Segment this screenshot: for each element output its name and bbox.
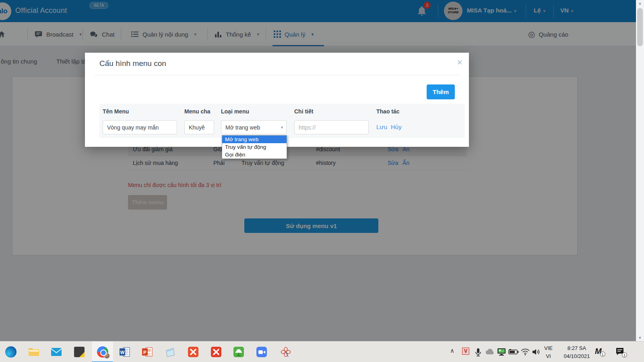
- language-menu[interactable]: VN▾: [560, 7, 573, 14]
- notification-bell[interactable]: 3: [416, 5, 430, 19]
- cancel-link[interactable]: Hủy: [391, 123, 402, 130]
- modal-divider: [95, 75, 459, 75]
- menu-type-cell: Truy vấn tự động: [242, 160, 284, 166]
- beta-badge: BETA: [89, 2, 108, 9]
- app-x-icon-2[interactable]: [210, 346, 223, 358]
- content-list-icon: [131, 30, 139, 38]
- notification-count-badge: 3: [423, 2, 431, 9]
- use-menu-v1-button[interactable]: Sử dụng menu v1: [244, 218, 378, 233]
- zalo-logo[interactable]: alo: [0, 2, 11, 20]
- battery-icon[interactable]: [508, 349, 519, 356]
- nav-divider: [266, 28, 266, 40]
- tab-general-info[interactable]: ông tin chung: [1, 58, 37, 65]
- video-camera-app-icon[interactable]: [255, 346, 268, 358]
- word-app-icon[interactable]: W: [118, 346, 131, 358]
- account-menu[interactable]: MISA Tạp hoá...▾: [467, 7, 516, 14]
- close-icon[interactable]: ×: [457, 58, 462, 67]
- menu-detail-cell: #history: [316, 160, 336, 166]
- speaker-icon[interactable]: [532, 348, 541, 357]
- header-divider: [553, 5, 554, 18]
- nav-statistics[interactable]: Thống kê▾: [214, 22, 259, 46]
- modal-title: Cấu hình menu con: [99, 59, 166, 68]
- chrome-browser-icon[interactable]: [96, 346, 109, 358]
- menu-name-cell: Ưu đãi giảm giá: [133, 146, 173, 152]
- grid-icon: [274, 31, 281, 38]
- detail-url-input[interactable]: [294, 120, 369, 134]
- add-button[interactable]: Thêm: [427, 84, 455, 99]
- windows-taskbar: W P ∧ V: [0, 341, 644, 362]
- chevron-down-icon: ▾: [194, 32, 196, 37]
- menu-name-input[interactable]: [103, 120, 177, 134]
- tray-expand-chevron[interactable]: ∧: [450, 347, 454, 354]
- dropdown-option[interactable]: Truy vấn tự động: [222, 143, 287, 151]
- notes-app-icon[interactable]: [164, 346, 177, 358]
- chevron-down-icon: ▾: [514, 8, 516, 13]
- account-avatar[interactable]: MISA+ STORE: [444, 2, 462, 20]
- product-title: Official Account: [15, 6, 67, 15]
- unikey-icon[interactable]: V: [462, 348, 469, 355]
- microphone-icon[interactable]: [475, 348, 481, 358]
- column-header: Tên Menu: [103, 108, 129, 115]
- header-divider: [438, 5, 438, 18]
- column-header: Chi tiết: [294, 108, 313, 115]
- chevron-down-icon: ▾: [312, 32, 314, 37]
- presentation-app-icon[interactable]: [232, 346, 245, 358]
- add-menu-button[interactable]: Thêm menu: [128, 195, 167, 210]
- menu-name-cell: Lịch sử mua hàng: [133, 160, 178, 166]
- language-indicator[interactable]: VIE VI: [544, 344, 553, 360]
- powerpoint-app-icon[interactable]: P: [141, 346, 154, 358]
- remote-desktop-icon[interactable]: [497, 348, 506, 357]
- ime-mode-icon[interactable]: M 1: [595, 347, 602, 356]
- svg-text:P: P: [143, 350, 146, 355]
- nav-home[interactable]: [0, 22, 6, 46]
- scrollbar-thumb[interactable]: [637, 8, 643, 46]
- menu-type-select[interactable]: Mở trang web ▾: [221, 120, 287, 134]
- dropdown-option[interactable]: Gọi điện: [222, 151, 287, 158]
- submenu-config-modal: Cấu hình menu con × Thêm Tên Menu Menu c…: [85, 53, 469, 147]
- action-center-icon[interactable]: 1: [615, 347, 625, 358]
- menu-parent-cell: Phải: [213, 160, 225, 166]
- nav-ads[interactable]: ◎ Quảng cáo: [528, 22, 568, 46]
- browser-scrollbar[interactable]: ▲ ▼: [636, 0, 644, 341]
- edit-link[interactable]: Sửa: [388, 160, 398, 166]
- pinwheel-app-icon[interactable]: [279, 346, 292, 358]
- file-explorer-icon[interactable]: [27, 346, 40, 358]
- chevron-down-icon: ▾: [543, 8, 546, 13]
- wifi-icon[interactable]: [521, 348, 530, 357]
- chrome-profile-avatar: [104, 353, 110, 359]
- nav-divider: [207, 28, 208, 40]
- app-header: alo Official Account BETA 3 MISA+ STORE …: [0, 0, 636, 22]
- hide-link[interactable]: Ẩn: [402, 160, 409, 166]
- broadcast-icon: [34, 30, 43, 39]
- nav-content-management[interactable]: Quản lý nội dung▾: [131, 22, 196, 46]
- table-row: Lịch sử mua hàng Phải Truy vấn tự động #…: [128, 156, 467, 170]
- chevron-down-icon: ▾: [281, 125, 283, 130]
- onedrive-cloud-icon[interactable]: [485, 349, 495, 356]
- clock[interactable]: 8:27 SA 04/10/2021: [559, 344, 595, 360]
- bar-chart-icon: [214, 30, 222, 38]
- nav-divider: [27, 28, 28, 40]
- column-header: Loại menu: [221, 108, 249, 115]
- nav-management[interactable]: Quản lý▾: [274, 22, 314, 46]
- scroll-down-arrow[interactable]: ▼: [636, 335, 644, 341]
- edge-browser-icon[interactable]: [4, 346, 17, 358]
- ime-badge: 1: [600, 352, 605, 357]
- tab-account-setup[interactable]: Thiết lập tà: [56, 58, 86, 65]
- nav-broadcast[interactable]: Broadcast▾: [34, 22, 82, 46]
- chat-icon: [89, 30, 98, 39]
- chevron-down-icon: ▾: [571, 8, 574, 13]
- parent-menu-select[interactable]: Khuyê: [184, 120, 214, 134]
- nav-chat[interactable]: Chat: [89, 22, 115, 46]
- app-x-icon-1[interactable]: [187, 346, 200, 358]
- mail-app-icon[interactable]: [50, 346, 63, 358]
- dark-app-icon[interactable]: [73, 346, 86, 358]
- header-divider: [526, 5, 526, 18]
- save-link[interactable]: Lưu: [376, 123, 387, 130]
- edit-link[interactable]: Sửa: [388, 146, 398, 152]
- svg-text:W: W: [120, 350, 125, 355]
- user-menu[interactable]: Lệ▾: [534, 7, 545, 14]
- menu-type-dropdown: Mở trang web Truy vấn tự động Gọi điện: [222, 135, 287, 159]
- dropdown-option[interactable]: Mở trang web: [222, 136, 287, 143]
- scroll-up-arrow[interactable]: ▲: [636, 0, 644, 6]
- hide-link[interactable]: Ẩn: [402, 146, 409, 152]
